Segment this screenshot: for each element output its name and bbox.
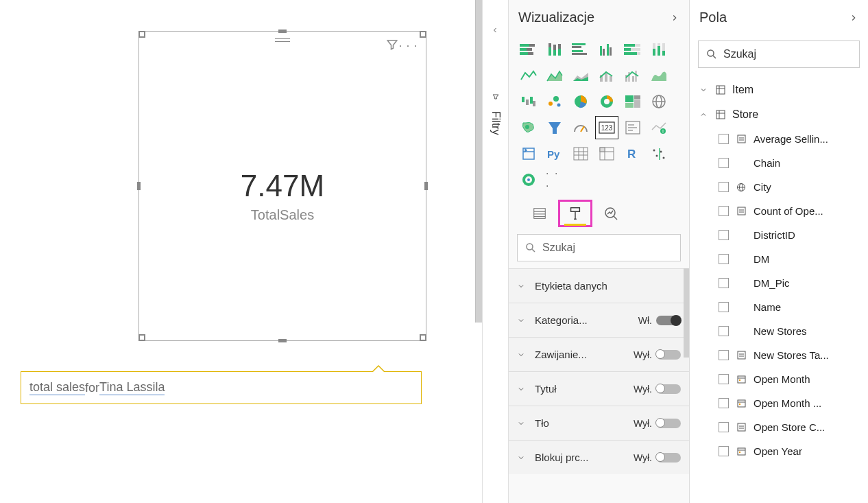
field-row[interactable]: Count of Ope... xyxy=(690,199,868,223)
format-prop-row[interactable]: TytułWył. xyxy=(509,371,689,406)
report-canvas[interactable]: · · · 7.47M TotalSales total sales for T… xyxy=(0,0,483,503)
field-row[interactable]: New Stores xyxy=(690,319,868,343)
viz-gauge-icon[interactable] xyxy=(569,116,592,139)
filters-pane-collapsed[interactable]: Filtry xyxy=(483,0,509,503)
field-checkbox[interactable] xyxy=(719,254,729,264)
field-checkbox[interactable] xyxy=(719,422,729,432)
viz-line-column-icon[interactable] xyxy=(595,64,618,87)
viz-area-icon[interactable] xyxy=(543,64,566,87)
visual-more-icon[interactable]: · · · xyxy=(399,40,418,52)
filters-expand-icon[interactable] xyxy=(491,26,499,34)
field-checkbox[interactable] xyxy=(719,206,729,216)
field-row[interactable]: Name xyxy=(690,295,868,319)
field-row[interactable]: DM xyxy=(690,247,868,271)
field-checkbox[interactable] xyxy=(719,398,729,408)
viz-funnel-icon[interactable] xyxy=(543,116,566,139)
field-row[interactable]: Open Year xyxy=(690,439,868,463)
format-tab[interactable] xyxy=(558,200,592,227)
viz-more-icon[interactable]: · · · xyxy=(543,168,566,191)
resize-handle-s[interactable] xyxy=(278,339,287,342)
fields-tab[interactable] xyxy=(522,200,557,227)
viz-line-icon[interactable] xyxy=(517,64,540,87)
format-prop-row[interactable]: Zawijanie...Wył. xyxy=(509,337,689,371)
viz-waterfall-icon[interactable] xyxy=(517,90,540,113)
field-row[interactable]: Average Sellin... xyxy=(690,127,868,151)
viz-key-influencers-icon[interactable] xyxy=(647,142,671,165)
table-row[interactable]: Store xyxy=(690,102,868,127)
prop-toggle[interactable] xyxy=(656,419,681,428)
viz-treemap-icon[interactable] xyxy=(621,90,644,113)
viz-map-icon[interactable] xyxy=(647,90,671,113)
format-prop-row[interactable]: TłoWył. xyxy=(509,406,689,440)
resize-handle-e[interactable] xyxy=(424,182,428,190)
resize-handle-se[interactable] xyxy=(420,334,426,341)
field-row[interactable]: Open Month xyxy=(690,367,868,391)
field-row[interactable]: Open Month ... xyxy=(690,391,868,415)
field-checkbox[interactable] xyxy=(719,374,729,384)
viz-clustered-bar-icon[interactable] xyxy=(569,38,592,61)
fields-search[interactable]: Szukaj xyxy=(698,40,860,68)
card-visual[interactable]: · · · 7.47M TotalSales xyxy=(138,31,426,341)
viz-scatter-icon[interactable] xyxy=(543,90,566,113)
viz-r-icon[interactable]: R xyxy=(621,142,644,165)
field-checkbox[interactable] xyxy=(719,278,729,288)
format-search[interactable]: Szukaj xyxy=(517,234,681,261)
format-prop-row[interactable]: Etykieta danych xyxy=(509,268,689,303)
viz-filled-map-icon[interactable] xyxy=(517,116,540,139)
resize-handle-nw[interactable] xyxy=(138,31,145,38)
field-checkbox[interactable] xyxy=(719,350,729,360)
field-checkbox[interactable] xyxy=(719,230,729,240)
resize-handle-w[interactable] xyxy=(137,182,141,190)
viz-multi-card-icon[interactable] xyxy=(621,116,644,139)
fields-pane-collapse-icon[interactable] xyxy=(849,13,858,23)
format-prop-row[interactable]: Kategoria...Wł. xyxy=(509,303,689,337)
table-row[interactable]: Item xyxy=(690,78,868,102)
viz-stacked-bar-icon[interactable] xyxy=(517,38,540,61)
field-checkbox[interactable] xyxy=(719,302,729,312)
viz-stacked-column-icon[interactable] xyxy=(543,38,566,61)
viz-arcgis-icon[interactable] xyxy=(517,168,540,191)
viz-line-clustered-icon[interactable] xyxy=(621,64,644,87)
field-row[interactable]: DistrictID xyxy=(690,223,868,247)
viz-slicer-icon[interactable] xyxy=(517,142,540,165)
format-prop-row[interactable]: Blokuj prc...Wył. xyxy=(509,440,689,474)
filter-icon[interactable] xyxy=(386,38,398,51)
viz-pane-collapse-icon[interactable] xyxy=(670,13,679,23)
resize-handle-sw[interactable] xyxy=(138,334,145,341)
viz-matrix-icon[interactable] xyxy=(595,142,618,165)
field-checkbox[interactable] xyxy=(719,326,729,336)
prop-toggle[interactable] xyxy=(656,350,681,360)
field-checkbox[interactable] xyxy=(719,182,729,192)
viz-python-icon[interactable]: Py xyxy=(543,142,566,165)
viz-donut-icon[interactable] xyxy=(595,90,618,113)
properties-scrollbar[interactable] xyxy=(684,268,689,358)
field-row[interactable]: New Stores Ta... xyxy=(690,343,868,367)
field-row[interactable]: DM_Pic xyxy=(690,271,868,295)
viz-kpi-icon[interactable]: ! xyxy=(647,116,671,139)
field-checkbox[interactable] xyxy=(719,134,729,144)
visual-drag-handle[interactable] xyxy=(275,38,290,42)
viz-clustered-column-icon[interactable] xyxy=(595,38,618,61)
prop-toggle[interactable] xyxy=(656,384,681,394)
canvas-scrollbar[interactable] xyxy=(475,0,482,323)
resize-handle-n[interactable] xyxy=(278,30,287,33)
viz-card-icon[interactable]: 123 xyxy=(595,116,618,139)
qna-input[interactable]: total sales for Tina Lassila xyxy=(21,371,422,404)
field-checkbox[interactable] xyxy=(719,446,729,456)
field-checkbox[interactable] xyxy=(719,158,729,168)
field-row[interactable]: City xyxy=(690,175,868,199)
card-label: TotalSales xyxy=(139,207,426,223)
viz-table-icon[interactable] xyxy=(569,142,592,165)
viz-100-column-icon[interactable] xyxy=(647,38,671,61)
svg-rect-55 xyxy=(625,103,634,108)
analytics-tab[interactable] xyxy=(594,200,628,227)
field-row[interactable]: Open Store C... xyxy=(690,415,868,439)
viz-pie-icon[interactable] xyxy=(569,90,592,113)
field-row[interactable]: Chain xyxy=(690,151,868,175)
prop-toggle[interactable] xyxy=(656,316,681,325)
prop-toggle[interactable] xyxy=(656,453,681,463)
viz-100-bar-icon[interactable] xyxy=(621,38,644,61)
resize-handle-ne[interactable] xyxy=(420,31,426,38)
viz-ribbon-icon[interactable] xyxy=(647,64,671,87)
viz-stacked-area-icon[interactable] xyxy=(569,64,592,87)
